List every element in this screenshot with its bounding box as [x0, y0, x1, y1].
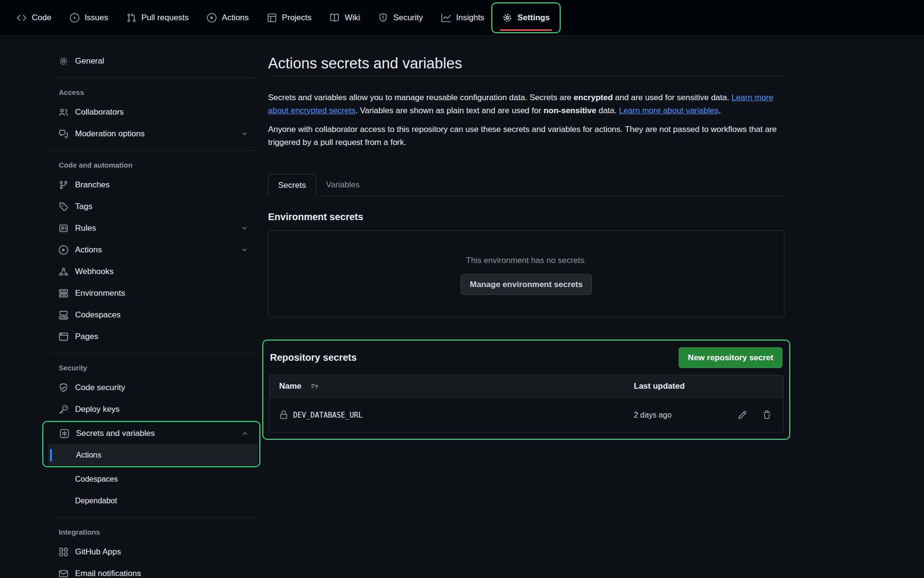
link-learn-more-about-variables[interactable]: Learn more about variables — [619, 106, 719, 115]
name-column-header[interactable]: Name — [279, 381, 634, 391]
sidebar-item-deploy-keys[interactable]: Deploy keys — [47, 398, 257, 420]
secret-name: DEV_DATABASE_URL — [293, 411, 363, 420]
sidebar-divider — [51, 78, 257, 78]
issue-opened-icon — [70, 13, 79, 23]
people-icon — [59, 107, 68, 117]
delete-secret-button[interactable] — [762, 410, 771, 420]
nav-tab-code[interactable]: Code — [8, 3, 61, 32]
sidebar-item-label: Codespaces — [75, 475, 118, 484]
sidebar-item-rules[interactable]: Rules — [47, 217, 257, 239]
sidebar-item-environments[interactable]: Environments — [47, 282, 257, 304]
description-paragraph-2: Anyone with collaborator access to this … — [268, 123, 784, 149]
secrets-table: Name Last updated DEV_DATABASE_URL2 days… — [269, 375, 783, 433]
sidebar-item-label: General — [75, 56, 104, 66]
manage-environment-secrets-button[interactable]: Manage environment secrets — [461, 274, 591, 295]
repo-tab-nav: CodeIssuesPull requestsActionsProjectsWi… — [0, 0, 924, 36]
sidebar-divider — [51, 150, 257, 151]
sidebar-item-actions[interactable]: Actions — [47, 239, 257, 261]
sidebar-item-codespaces[interactable]: Codespaces — [47, 468, 257, 490]
emphasized-text: encrypted — [574, 93, 613, 102]
annotation-repository-secrets: Repository secrets New repository secret… — [262, 340, 790, 440]
nav-tab-actions[interactable]: Actions — [198, 3, 258, 32]
sidebar-section-access: Access — [47, 84, 257, 100]
sidebar-item-label: Webhooks — [75, 267, 114, 276]
page-title: Actions secrets and variables — [268, 55, 784, 72]
nav-tab-wiki[interactable]: Wiki — [321, 3, 369, 32]
sort-ascending-icon — [310, 382, 319, 391]
repository-secrets-heading: Repository secrets — [270, 352, 357, 363]
code-icon — [17, 13, 26, 23]
tab-variables[interactable]: Variables — [316, 174, 370, 196]
chevron-down-icon — [241, 247, 248, 253]
sidebar-item-label: Actions — [76, 451, 101, 460]
shield-check-icon — [59, 383, 68, 393]
sidebar-item-branches[interactable]: Branches — [47, 174, 257, 196]
nav-tab-security[interactable]: Security — [369, 3, 432, 32]
git-branch-icon — [59, 180, 68, 190]
sidebar-item-label: Branches — [75, 180, 110, 190]
sidebar-item-actions[interactable]: Actions — [48, 444, 258, 466]
environment-secrets-heading: Environment secrets — [268, 211, 784, 223]
tag-icon — [59, 202, 68, 211]
play-icon — [59, 245, 68, 255]
nav-tab-issues[interactable]: Issues — [61, 3, 117, 32]
pencil-icon — [738, 410, 747, 420]
sidebar-section-code-and-automation: Code and automation — [47, 157, 257, 173]
browser-icon — [59, 332, 68, 342]
environment-secrets-box: This environment has no secrets. Manage … — [268, 230, 784, 317]
sidebar-item-secrets-and-variables[interactable]: Secrets and variables — [48, 422, 258, 444]
nav-tab-label: Wiki — [345, 13, 360, 23]
nav-tab-label: Code — [32, 13, 51, 23]
gear-icon — [59, 56, 68, 66]
sidebar-item-github-apps[interactable]: GitHub Apps — [47, 541, 257, 563]
nav-tab-label: Settings — [517, 13, 550, 23]
sidebar-item-label: Actions — [75, 245, 102, 255]
sidebar-item-tags[interactable]: Tags — [47, 196, 257, 217]
nav-tab-label: Security — [393, 13, 423, 23]
main-content: Actions secrets and variables Secrets an… — [268, 36, 784, 440]
sidebar-item-general[interactable]: General — [47, 50, 257, 72]
sidebar-item-label: Dependabot — [75, 497, 117, 505]
webhook-icon — [59, 267, 68, 276]
sidebar-item-pages[interactable]: Pages — [47, 326, 257, 347]
sidebar-item-label: Rules — [75, 223, 96, 233]
nav-tab-pull-requests[interactable]: Pull requests — [117, 3, 198, 32]
gear-icon — [502, 13, 512, 23]
sidebar-item-label: Codespaces — [75, 310, 121, 320]
shield-icon — [378, 13, 388, 23]
sidebar-item-moderation-options[interactable]: Moderation options — [47, 123, 257, 144]
graph-icon — [441, 13, 451, 23]
secrets-table-header: Name Last updated — [270, 375, 783, 398]
chevron-up-icon — [242, 430, 248, 437]
nav-tab-projects[interactable]: Projects — [258, 3, 321, 32]
secret-name-cell: DEV_DATABASE_URL — [279, 410, 634, 420]
sidebar-item-code-security[interactable]: Code security — [47, 377, 257, 398]
apps-icon — [59, 547, 68, 557]
sidebar-item-label: Moderation options — [75, 129, 145, 139]
sidebar-item-webhooks[interactable]: Webhooks — [47, 261, 257, 282]
tab-secrets[interactable]: Secrets — [268, 174, 316, 196]
server-icon — [59, 289, 68, 298]
nav-tab-settings[interactable]: Settings — [493, 3, 559, 32]
nav-tab-label: Pull requests — [141, 13, 189, 23]
new-repository-secret-button[interactable]: New repository secret — [679, 347, 783, 368]
sidebar-item-dependabot[interactable]: Dependabot — [47, 490, 257, 512]
sidebar-item-label: Code security — [75, 383, 125, 393]
edit-secret-button[interactable] — [738, 410, 747, 420]
nav-tab-insights[interactable]: Insights — [432, 3, 494, 32]
secrets-table-body: DEV_DATABASE_URL2 days ago — [270, 398, 783, 432]
annotation-secrets-and-variables: Secrets and variablesActions — [42, 421, 260, 467]
git-pull-request-icon — [127, 13, 136, 23]
settings-sidebar: GeneralAccessCollaboratorsModeration opt… — [47, 36, 257, 578]
sidebar-item-email-notifications[interactable]: Email notifications — [47, 563, 257, 578]
emphasized-text: non-sensitive — [543, 106, 596, 115]
sidebar-item-collaborators[interactable]: Collaborators — [47, 101, 257, 123]
sidebar-item-label: Environments — [75, 289, 125, 298]
repository-secrets-header: Repository secrets New repository secret — [270, 347, 783, 368]
sidebar-item-label: Deploy keys — [75, 405, 120, 414]
table-icon — [267, 13, 277, 23]
book-icon — [330, 13, 339, 23]
description-text: data. — [596, 106, 619, 115]
sidebar-item-label: Email notifications — [75, 569, 141, 578]
sidebar-item-codespaces[interactable]: Codespaces — [47, 304, 257, 326]
